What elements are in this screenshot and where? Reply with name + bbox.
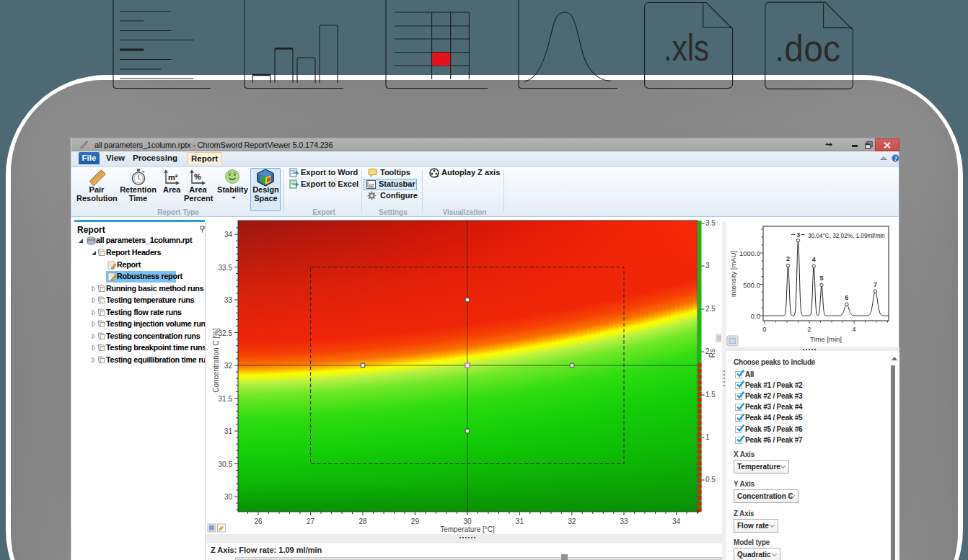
svg-text:33.5: 33.5 bbox=[219, 264, 233, 272]
svg-text:2: 2 bbox=[807, 325, 811, 333]
svg-text:07: 07 bbox=[369, 183, 374, 187]
svg-text:34: 34 bbox=[224, 231, 233, 239]
svg-text:Concentration C [%]: Concentration C [%] bbox=[212, 328, 220, 393]
svg-text:7: 7 bbox=[874, 281, 877, 288]
svg-text:32: 32 bbox=[568, 517, 576, 525]
svg-text:27: 27 bbox=[307, 517, 315, 525]
svg-text:1: 1 bbox=[705, 433, 710, 441]
svg-text:m²: m² bbox=[168, 173, 178, 182]
svg-text:31: 31 bbox=[516, 517, 524, 525]
svg-text:31.5: 31.5 bbox=[219, 395, 233, 403]
svg-text:33: 33 bbox=[224, 296, 233, 304]
svg-text:.doc: .doc bbox=[775, 27, 840, 69]
svg-text:30: 30 bbox=[224, 493, 233, 501]
svg-text:32.5: 32.5 bbox=[219, 329, 233, 337]
svg-text:%: % bbox=[194, 172, 201, 181]
svg-text:32: 32 bbox=[224, 362, 233, 370]
svg-text:33: 33 bbox=[620, 517, 628, 525]
svg-text:29: 29 bbox=[411, 517, 420, 525]
svg-text:2.5: 2.5 bbox=[705, 305, 716, 313]
svg-text:500.0: 500.0 bbox=[743, 281, 760, 289]
svg-text:4: 4 bbox=[812, 256, 816, 263]
svg-text:30.5: 30.5 bbox=[219, 461, 233, 468]
svg-text:4: 4 bbox=[852, 325, 855, 333]
svg-text:6: 6 bbox=[845, 294, 848, 301]
svg-text:3: 3 bbox=[796, 231, 800, 239]
svg-text:26: 26 bbox=[254, 517, 263, 525]
svg-text:1.5: 1.5 bbox=[705, 391, 716, 399]
svg-text:Rs: Rs bbox=[708, 349, 716, 357]
svg-text:.xls: .xls bbox=[664, 27, 709, 68]
svg-text:0.5: 0.5 bbox=[705, 476, 716, 484]
svg-text:3: 3 bbox=[705, 262, 710, 270]
svg-text:30: 30 bbox=[463, 517, 472, 525]
svg-text:Time [min]: Time [min] bbox=[810, 335, 842, 343]
svg-text:0: 0 bbox=[762, 325, 766, 333]
svg-text:?: ? bbox=[894, 154, 897, 161]
svg-text:3.5: 3.5 bbox=[705, 219, 716, 227]
svg-text:34: 34 bbox=[672, 517, 681, 525]
svg-text:Temperature [°C]: Temperature [°C] bbox=[440, 525, 495, 533]
svg-text:0.0: 0.0 bbox=[751, 312, 760, 320]
svg-text:2: 2 bbox=[786, 255, 790, 262]
svg-text:31: 31 bbox=[224, 427, 233, 435]
svg-text:1000.0: 1000.0 bbox=[739, 249, 760, 257]
svg-text:28: 28 bbox=[358, 517, 367, 525]
svg-text:5: 5 bbox=[819, 275, 823, 282]
svg-text:30.04°C, 32.02%, 1.09ml/min: 30.04°C, 32.02%, 1.09ml/min bbox=[808, 233, 885, 239]
svg-text:Intensity [mAU]: Intensity [mAU] bbox=[729, 251, 737, 297]
